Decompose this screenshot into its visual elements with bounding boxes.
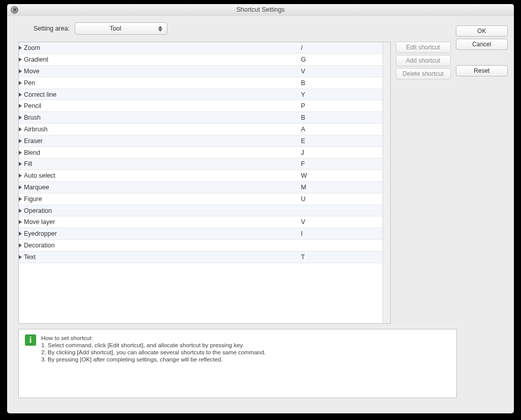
disclosure-arrow-icon[interactable] — [19, 243, 22, 247]
command-name: Pencil — [24, 102, 41, 109]
command-cell: Auto select — [19, 170, 301, 182]
shortcut-key-cell: A — [301, 124, 383, 135]
ok-button[interactable]: OK — [456, 25, 508, 37]
disclosure-arrow-icon[interactable] — [19, 127, 22, 131]
disclosure-arrow-icon[interactable] — [19, 151, 22, 155]
table-row[interactable]: EraserE — [19, 135, 383, 147]
add-shortcut-button[interactable]: Add shortcut — [396, 55, 451, 66]
command-cell: Pen — [19, 77, 301, 89]
shortcut-settings-window: Shortcut Settings Setting area: Tool Zoo… — [7, 4, 514, 413]
disclosure-arrow-icon[interactable] — [19, 104, 22, 108]
command-name: Auto select — [24, 172, 55, 179]
shortcut-key-cell: P — [301, 100, 383, 112]
command-name: Correct line — [24, 91, 56, 98]
shortcut-key-cell: J — [301, 147, 383, 158]
shortcut-key-cell: U — [301, 193, 383, 205]
titlebar: Shortcut Settings — [7, 4, 514, 16]
shortcut-key-cell — [301, 240, 383, 251]
setting-area-select[interactable]: Tool — [75, 22, 167, 35]
info-line: 1. Select command, click [Edit shortcut]… — [41, 342, 266, 349]
disclosure-arrow-icon[interactable] — [19, 139, 22, 143]
disclosure-arrow-icon[interactable] — [19, 197, 22, 201]
table-row[interactable]: TextT — [19, 251, 383, 263]
command-name: Airbrush — [24, 126, 48, 133]
command-cell: Blend — [19, 147, 301, 158]
command-name: Fill — [24, 160, 32, 167]
command-cell: Figure — [19, 193, 301, 205]
disclosure-arrow-icon[interactable] — [19, 81, 22, 85]
table-row[interactable]: Move layerV — [19, 216, 383, 228]
shortcut-key-cell: Y — [301, 89, 383, 100]
command-name: Eraser — [24, 137, 43, 145]
table-row[interactable]: MoveV — [19, 66, 383, 77]
disclosure-arrow-icon[interactable] — [19, 162, 22, 166]
command-name: Move layer — [24, 218, 55, 226]
shortcut-key-cell: F — [301, 158, 383, 170]
disclosure-arrow-icon[interactable] — [19, 209, 22, 213]
shortcut-key-cell: W — [301, 170, 383, 182]
command-cell: Eyedropper — [19, 228, 301, 240]
table-row[interactable]: FigureU — [19, 193, 383, 205]
command-name: Eyedropper — [24, 230, 57, 237]
table-row[interactable]: Decoration — [19, 240, 383, 251]
disclosure-arrow-icon[interactable] — [19, 116, 22, 120]
disclosure-arrow-icon[interactable] — [19, 69, 22, 73]
shortcut-key-cell: V — [301, 216, 383, 228]
shortcut-key-cell: / — [301, 42, 383, 54]
table-row[interactable]: FillF — [19, 158, 383, 170]
command-name: Brush — [24, 114, 41, 121]
chevron-up-icon — [158, 26, 162, 29]
disclosure-arrow-icon[interactable] — [19, 255, 22, 259]
info-title: How to set shortcut: — [41, 334, 266, 342]
delete-shortcut-button[interactable]: Delete shortcut — [396, 68, 451, 79]
table-row[interactable]: Correct lineY — [19, 89, 383, 100]
info-icon: i — [25, 334, 36, 346]
command-cell: Correct line — [19, 89, 301, 100]
shortcut-table-container: Zoom/GradientGMoveVPenBCorrect lineYPenc… — [18, 42, 391, 324]
command-cell: Fill — [19, 158, 301, 170]
info-text: How to set shortcut:1. Select command, c… — [41, 334, 266, 391]
command-cell: Brush — [19, 112, 301, 124]
command-name: Operation — [24, 207, 52, 214]
command-cell: Move — [19, 66, 301, 77]
command-name: Text — [24, 254, 36, 261]
cancel-button[interactable]: Cancel — [456, 39, 508, 50]
chevron-down-icon — [158, 29, 162, 32]
command-name: Move — [24, 68, 40, 75]
command-name: Gradient — [24, 56, 48, 63]
disclosure-arrow-icon[interactable] — [19, 93, 22, 97]
command-name: Zoom — [24, 44, 40, 51]
table-row[interactable]: Operation — [19, 205, 383, 216]
shortcut-table[interactable]: Zoom/GradientGMoveVPenBCorrect lineYPenc… — [19, 42, 383, 263]
disclosure-arrow-icon[interactable] — [19, 232, 22, 236]
stepper-arrows-icon — [156, 26, 165, 32]
setting-area-row: Setting area: Tool — [34, 22, 451, 35]
table-row[interactable]: GradientG — [19, 54, 383, 66]
command-cell: Decoration — [19, 240, 301, 251]
table-row[interactable]: EyedropperI — [19, 228, 383, 240]
scrollbar[interactable] — [383, 42, 390, 323]
table-row[interactable]: PencilP — [19, 100, 383, 112]
shortcut-key-cell: I — [301, 228, 383, 240]
disclosure-arrow-icon[interactable] — [19, 220, 22, 224]
command-name: Figure — [24, 195, 42, 203]
disclosure-arrow-icon[interactable] — [19, 185, 22, 189]
edit-shortcut-button[interactable]: Edit shortcut — [396, 42, 451, 53]
command-cell: Eraser — [19, 135, 301, 147]
table-row[interactable]: BlendJ — [19, 147, 383, 158]
reset-button[interactable]: Reset — [456, 65, 508, 76]
table-row[interactable]: AirbrushA — [19, 124, 383, 135]
shortcut-key-cell — [301, 205, 383, 216]
command-cell: Pencil — [19, 100, 301, 112]
table-row[interactable]: PenB — [19, 77, 383, 89]
setting-area-value: Tool — [75, 25, 156, 32]
shortcut-key-cell: M — [301, 182, 383, 193]
table-row[interactable]: BrushB — [19, 112, 383, 124]
table-row[interactable]: Zoom/ — [19, 42, 383, 54]
command-name: Decoration — [24, 242, 54, 249]
table-row[interactable]: Auto selectW — [19, 170, 383, 182]
disclosure-arrow-icon[interactable] — [19, 174, 22, 178]
table-row[interactable]: MarqueeM — [19, 182, 383, 193]
disclosure-arrow-icon[interactable] — [19, 46, 22, 50]
disclosure-arrow-icon[interactable] — [19, 58, 22, 62]
